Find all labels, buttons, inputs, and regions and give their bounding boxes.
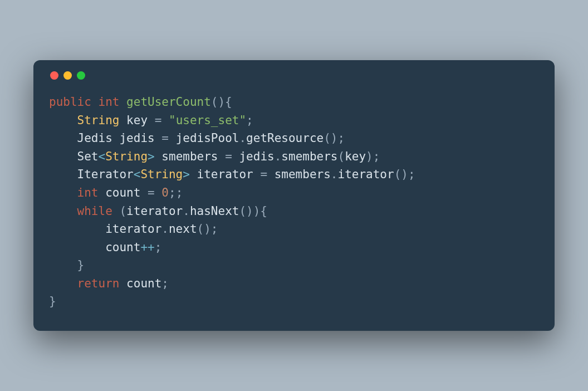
op-eq: = — [155, 114, 162, 127]
var-key: key — [126, 114, 148, 127]
keyword-public: public — [49, 95, 91, 109]
op-eq: = — [161, 131, 169, 145]
op-gt: > — [148, 150, 155, 163]
var-iterator: iterator — [126, 204, 183, 218]
maximize-icon[interactable] — [77, 71, 85, 80]
var-jedis: jedis — [239, 150, 274, 163]
call-iterator: iterator — [338, 168, 394, 181]
string-literal: "users_set" — [169, 114, 246, 127]
var-iterator: iterator — [197, 168, 253, 181]
type-string: String — [77, 114, 120, 127]
var-count: count — [126, 277, 161, 290]
type-string: String — [140, 168, 183, 181]
keyword-int: int — [99, 95, 120, 109]
var-count: count — [105, 186, 140, 199]
traffic-lights — [50, 71, 539, 80]
var-smembers: smembers — [161, 150, 218, 163]
var-jedis: jedis — [119, 131, 154, 145]
call-next: next — [169, 222, 197, 236]
keyword-while: while — [77, 204, 112, 218]
var-smembers: smembers — [275, 168, 331, 181]
var-key: key — [345, 150, 366, 163]
op-lt: < — [99, 150, 106, 163]
code-block: public int getUserCount(){ String key = … — [49, 93, 539, 311]
op-lt: < — [134, 168, 141, 181]
var-count: count — [105, 241, 140, 254]
keyword-int: int — [77, 186, 99, 199]
type-string: String — [105, 150, 148, 163]
call-smembers: smembers — [281, 150, 337, 163]
code-window: public int getUserCount(){ String key = … — [33, 60, 555, 331]
number-literal: 0 — [161, 186, 169, 199]
call-hasnext: hasNext — [190, 204, 239, 218]
op-eq: = — [148, 186, 155, 199]
call-getresource: getResource — [246, 131, 324, 145]
type-set: Set — [77, 150, 99, 163]
keyword-return: return — [77, 277, 120, 290]
minimize-icon[interactable] — [63, 71, 72, 80]
op-eq: = — [225, 150, 232, 163]
op-gt: > — [183, 168, 190, 181]
op-eq: = — [260, 168, 267, 181]
type-jedis: Jedis — [77, 131, 112, 145]
function-name: getUserCount — [126, 95, 211, 109]
var-iterator: iterator — [105, 222, 161, 236]
close-icon[interactable] — [50, 71, 58, 80]
op-increment: ++ — [140, 241, 154, 254]
type-iterator: Iterator — [77, 168, 134, 181]
var-jedispool: jedisPool — [176, 131, 239, 145]
